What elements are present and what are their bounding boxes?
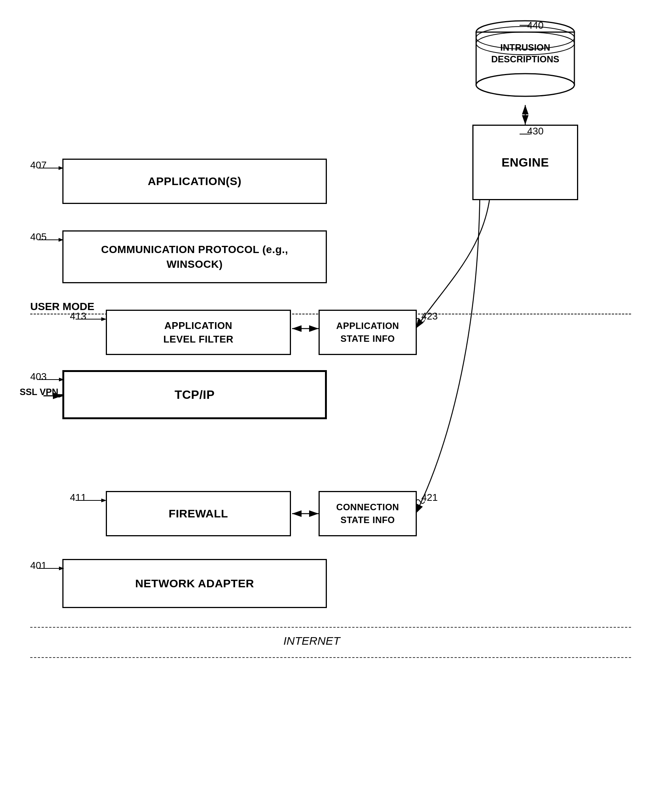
label-407-arrow bbox=[38, 164, 64, 172]
tcpip-label: TCP/IP bbox=[175, 388, 215, 402]
connection-state-info-box: CONNECTIONSTATE INFO bbox=[319, 491, 417, 536]
svg-marker-22 bbox=[101, 317, 107, 321]
app-state-info-box: APPLICATIONSTATE INFO bbox=[319, 310, 417, 355]
label-423-squiggle bbox=[416, 316, 425, 324]
app-level-filter-label: APPLICATIONLEVEL FILTER bbox=[163, 319, 234, 346]
internet-top-dashed-line bbox=[30, 627, 631, 628]
svg-marker-20 bbox=[59, 238, 63, 242]
internet-bottom-dashed-line bbox=[30, 657, 631, 658]
label-413-arrow bbox=[76, 315, 108, 323]
connection-state-info-label: CONNECTIONSTATE INFO bbox=[336, 501, 399, 526]
intrusion-descriptions-cylinder: INTRUSION DESCRIPTIONS bbox=[472, 19, 578, 102]
comm-protocol-label: COMMUNICATION PROTOCOL (e.g.,WINSOCK) bbox=[101, 242, 288, 272]
firewall-box: FIREWALL bbox=[106, 491, 291, 536]
app-level-filter-box: APPLICATIONLEVEL FILTER bbox=[106, 310, 291, 355]
engine-label: ENGINE bbox=[501, 156, 549, 170]
comm-protocol-box: COMMUNICATION PROTOCOL (e.g.,WINSOCK) bbox=[62, 230, 327, 283]
ssl-vpn-arrow bbox=[43, 392, 64, 400]
internet-label: INTERNET bbox=[283, 634, 340, 647]
network-adapter-box: NETWORK ADAPTER bbox=[62, 559, 327, 608]
network-adapter-label: NETWORK ADAPTER bbox=[135, 577, 254, 590]
firewall-label: FIREWALL bbox=[169, 507, 228, 520]
svg-marker-18 bbox=[59, 166, 63, 170]
applications-box: APPLICATION(S) bbox=[62, 159, 327, 204]
label-440-arrow bbox=[520, 20, 531, 31]
label-405-arrow bbox=[38, 236, 64, 244]
svg-point-12 bbox=[476, 74, 574, 96]
label-403-arrow bbox=[37, 376, 64, 383]
app-state-info-label: APPLICATIONSTATE INFO bbox=[336, 320, 399, 345]
svg-marker-28 bbox=[59, 394, 64, 398]
label-411-arrow bbox=[76, 497, 108, 504]
svg-marker-32 bbox=[59, 567, 64, 570]
tcpip-box: TCP/IP bbox=[62, 370, 327, 419]
intrusion-descriptions-label: INTRUSION DESCRIPTIONS bbox=[472, 42, 578, 65]
svg-marker-24 bbox=[59, 378, 64, 381]
applications-label: APPLICATION(S) bbox=[148, 175, 241, 188]
diagram-container: INTRUSION DESCRIPTIONS 440 ENGINE 430 AP… bbox=[0, 0, 656, 812]
label-421-squiggle bbox=[416, 498, 425, 505]
label-430-arrow bbox=[520, 130, 531, 138]
svg-marker-30 bbox=[101, 499, 107, 502]
label-401-arrow bbox=[37, 565, 64, 572]
